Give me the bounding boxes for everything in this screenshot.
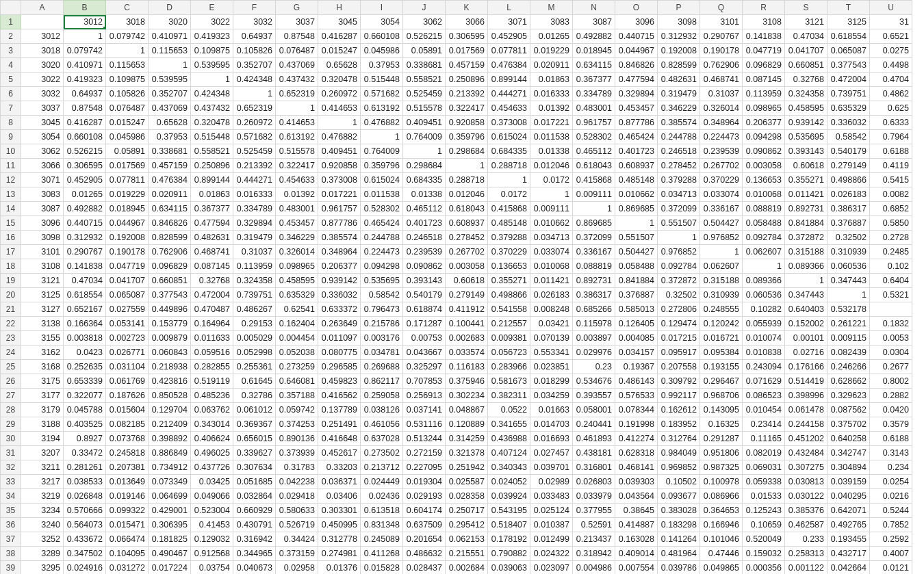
cell-G33[interactable]: 0.042238 bbox=[276, 475, 318, 489]
cell-K21[interactable]: 0.411912 bbox=[446, 302, 488, 317]
column-header-B[interactable]: B bbox=[64, 1, 106, 15]
row-header-6[interactable]: 6 bbox=[1, 87, 21, 101]
cell-Q29[interactable]: 0.16325 bbox=[700, 417, 743, 432]
cell-M27[interactable]: 0.034259 bbox=[530, 389, 573, 403]
cell-F18[interactable]: 0.113959 bbox=[233, 259, 276, 274]
cell-I2[interactable]: 0.660108 bbox=[361, 29, 403, 44]
cell-I38[interactable]: 0.411268 bbox=[361, 547, 403, 561]
cell-B8[interactable]: 0.416287 bbox=[64, 116, 106, 130]
cell-L33[interactable]: 0.024052 bbox=[488, 475, 530, 489]
cell-T24[interactable]: 0.082439 bbox=[827, 345, 870, 360]
cell-T26[interactable]: 0.628662 bbox=[827, 374, 870, 389]
cell-B3[interactable]: 0.079742 bbox=[64, 44, 106, 58]
cell-M10[interactable]: 0.01338 bbox=[530, 144, 573, 159]
cell-Q6[interactable]: 0.31037 bbox=[700, 87, 743, 101]
cell-P5[interactable]: 0.482631 bbox=[658, 73, 700, 87]
cell-B37[interactable]: 0.433672 bbox=[64, 532, 106, 547]
cell-N4[interactable]: 0.634115 bbox=[573, 58, 615, 73]
cell-J12[interactable]: 0.684335 bbox=[403, 173, 446, 187]
cell-S19[interactable]: 1 bbox=[785, 274, 827, 288]
cell-F13[interactable]: 0.016333 bbox=[233, 187, 276, 202]
cell-T35[interactable]: 0.642071 bbox=[827, 504, 870, 518]
column-header-N[interactable]: N bbox=[573, 1, 615, 15]
cell-Q37[interactable]: 0.101046 bbox=[700, 532, 743, 547]
cell-J32[interactable]: 0.227095 bbox=[403, 460, 446, 475]
cell-E7[interactable]: 0.437432 bbox=[191, 101, 233, 116]
cell-C30[interactable]: 0.073768 bbox=[106, 432, 149, 446]
cell-D20[interactable]: 0.377543 bbox=[149, 288, 191, 302]
cell-T17[interactable]: 0.310939 bbox=[827, 245, 870, 259]
cell-L26[interactable]: 0.581673 bbox=[488, 374, 530, 389]
cell-T25[interactable]: 0.246266 bbox=[827, 360, 870, 374]
cell-M39[interactable]: 0.023097 bbox=[530, 561, 573, 575]
cell-C16[interactable]: 0.192008 bbox=[106, 231, 149, 245]
cell-F32[interactable]: 0.307634 bbox=[233, 460, 276, 475]
cell-N16[interactable]: 0.372099 bbox=[573, 231, 615, 245]
cell-J11[interactable]: 0.298684 bbox=[403, 159, 446, 173]
cell-L8[interactable]: 0.373008 bbox=[488, 116, 530, 130]
cell-L20[interactable]: 0.498866 bbox=[488, 288, 530, 302]
cell-C13[interactable]: 0.019229 bbox=[106, 187, 149, 202]
cell-M16[interactable]: 0.034713 bbox=[530, 231, 573, 245]
cell-S30[interactable]: 0.451202 bbox=[785, 432, 827, 446]
cell-C39[interactable]: 0.031272 bbox=[106, 561, 149, 575]
cell-J3[interactable]: 0.05891 bbox=[403, 44, 446, 58]
cell-G15[interactable]: 0.453457 bbox=[276, 216, 318, 231]
cell-M8[interactable]: 0.017221 bbox=[530, 116, 573, 130]
cell-A7[interactable]: 3037 bbox=[21, 101, 64, 116]
cell-P11[interactable]: 0.278452 bbox=[658, 159, 700, 173]
cell-L23[interactable]: 0.009381 bbox=[488, 331, 530, 345]
cell-Q4[interactable]: 0.762906 bbox=[700, 58, 743, 73]
cell-U37[interactable]: 0.2592 bbox=[870, 532, 912, 547]
cell-D2[interactable]: 0.410971 bbox=[149, 29, 191, 44]
cell-H9[interactable]: 0.476882 bbox=[318, 130, 361, 144]
cell-Q1[interactable]: 3101 bbox=[700, 15, 743, 29]
cell-R25[interactable]: 0.243094 bbox=[743, 360, 785, 374]
cell-F19[interactable]: 0.324358 bbox=[233, 274, 276, 288]
row-header-19[interactable]: 19 bbox=[1, 274, 21, 288]
cell-S10[interactable]: 0.393143 bbox=[785, 144, 827, 159]
cell-G24[interactable]: 0.052038 bbox=[276, 345, 318, 360]
cell-S38[interactable]: 0.258313 bbox=[785, 547, 827, 561]
row-header-4[interactable]: 4 bbox=[1, 58, 21, 73]
cell-A24[interactable]: 3162 bbox=[21, 345, 64, 360]
cell-S18[interactable]: 0.089366 bbox=[785, 259, 827, 274]
cell-T8[interactable]: 0.336032 bbox=[827, 116, 870, 130]
cell-S4[interactable]: 0.660851 bbox=[785, 58, 827, 73]
cell-B23[interactable]: 0.003818 bbox=[64, 331, 106, 345]
cell-M3[interactable]: 0.019229 bbox=[530, 44, 573, 58]
cell-E14[interactable]: 0.367377 bbox=[191, 202, 233, 216]
cell-C25[interactable]: 0.031104 bbox=[106, 360, 149, 374]
cell-N27[interactable]: 0.393557 bbox=[573, 389, 615, 403]
cell-M12[interactable]: 0.0172 bbox=[530, 173, 573, 187]
cell-J37[interactable]: 0.201654 bbox=[403, 532, 446, 547]
cell-U12[interactable]: 0.5415 bbox=[870, 173, 912, 187]
cell-E15[interactable]: 0.477594 bbox=[191, 216, 233, 231]
cell-P23[interactable]: 0.017215 bbox=[658, 331, 700, 345]
cell-T3[interactable]: 0.065087 bbox=[827, 44, 870, 58]
cell-K12[interactable]: 0.288718 bbox=[446, 173, 488, 187]
row-header-8[interactable]: 8 bbox=[1, 116, 21, 130]
cell-D13[interactable]: 0.020911 bbox=[149, 187, 191, 202]
cell-P34[interactable]: 0.093677 bbox=[658, 489, 700, 504]
cell-J8[interactable]: 0.409451 bbox=[403, 116, 446, 130]
cell-D6[interactable]: 0.352707 bbox=[149, 87, 191, 101]
cell-B22[interactable]: 0.166364 bbox=[64, 317, 106, 331]
cell-R13[interactable]: 0.010068 bbox=[743, 187, 785, 202]
cell-G10[interactable]: 0.515578 bbox=[276, 144, 318, 159]
cell-K23[interactable]: 0.002683 bbox=[446, 331, 488, 345]
cell-R30[interactable]: 0.11165 bbox=[743, 432, 785, 446]
cell-A18[interactable]: 3108 bbox=[21, 259, 64, 274]
cell-N39[interactable]: 0.004986 bbox=[573, 561, 615, 575]
cell-G13[interactable]: 0.01392 bbox=[276, 187, 318, 202]
cell-O18[interactable]: 0.058488 bbox=[615, 259, 658, 274]
cell-P8[interactable]: 0.385574 bbox=[658, 116, 700, 130]
cell-U28[interactable]: 0.0420 bbox=[870, 403, 912, 417]
cell-P10[interactable]: 0.246518 bbox=[658, 144, 700, 159]
cell-T9[interactable]: 0.58542 bbox=[827, 130, 870, 144]
cell-B10[interactable]: 0.526215 bbox=[64, 144, 106, 159]
cell-A31[interactable]: 3207 bbox=[21, 446, 64, 460]
cell-H6[interactable]: 0.260972 bbox=[318, 87, 361, 101]
cell-B2[interactable]: 1 bbox=[64, 29, 106, 44]
row-header-5[interactable]: 5 bbox=[1, 73, 21, 87]
